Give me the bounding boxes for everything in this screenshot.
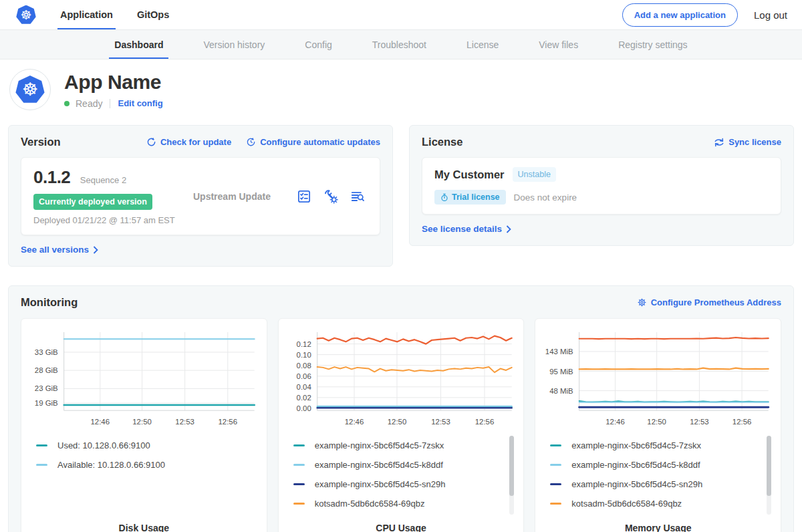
legend-scrollbar[interactable] [509, 436, 514, 515]
app-avatar: ☸ [9, 69, 51, 110]
svg-text:48 MiB: 48 MiB [550, 387, 574, 395]
legend-scrollbar[interactable] [767, 436, 771, 515]
version-sequence: Sequence 2 [80, 175, 126, 185]
disk-usage-chart-card: 33 GiB28 GiB23 GiB19 GiB12:4612:5012:531… [21, 318, 267, 532]
nav-tab-application[interactable]: Application [60, 0, 113, 29]
ship-wheel-icon: ☸ [22, 81, 38, 99]
configure-automatic-updates-link[interactable]: Configure automatic updates [246, 137, 380, 147]
cpu-usage-chart-title: CPU Usage [287, 517, 516, 532]
topnav-tabs: Application GitOps [60, 0, 169, 29]
legend-scrollbar-thumb[interactable] [509, 436, 514, 496]
monitoring-panel: Monitoring Configure Prometheus Address … [8, 285, 794, 532]
legend-swatch [293, 444, 305, 446]
license-customer-name: My Customer [434, 168, 505, 181]
license-expiry-text: Does not expire [514, 192, 577, 203]
svg-text:0.08: 0.08 [296, 362, 311, 370]
gear-icon [637, 297, 647, 307]
svg-text:12:53: 12:53 [431, 418, 450, 426]
memory-usage-chart-card: 143 MiB95 MiB48 MiB12:4612:5012:5312:56 … [535, 318, 781, 532]
svg-text:0.12: 0.12 [296, 340, 311, 348]
svg-text:12:56: 12:56 [732, 418, 752, 426]
current-version-row: 0.1.2 Sequence 2 Currently deployed vers… [21, 157, 380, 235]
subnav-tab-version-history[interactable]: Version history [203, 30, 265, 59]
legend-label: example-nginx-5bc6f5d4c5-sn29h [315, 479, 446, 489]
chevron-right-icon [506, 225, 511, 233]
license-type-badge: Trial license [434, 190, 506, 205]
stopwatch-icon [440, 193, 448, 202]
sync-license-link[interactable]: Sync license [714, 137, 781, 147]
subnav-tab-registry-settings[interactable]: Registry settings [618, 30, 687, 59]
svg-text:12:46: 12:46 [606, 418, 626, 426]
logout-link[interactable]: Log out [754, 9, 787, 21]
memory-usage-legend: example-nginx-5bc6f5d4c5-7zskxexample-ng… [550, 436, 771, 517]
legend-swatch [36, 444, 47, 446]
legend-label: Used: 10.128.0.66:9100 [57, 440, 150, 450]
legend-label: example-nginx-5bc6f5d4c5-k8ddf [571, 460, 700, 470]
svg-text:12:50: 12:50 [387, 418, 406, 426]
legend-scrollbar-thumb[interactable] [767, 436, 771, 496]
legend-item: example-nginx-5bc6f5d4c5-7zskx [293, 436, 515, 455]
top-nav: ☸ Application GitOps Add a new applicati… [0, 0, 802, 29]
legend-label: example-nginx-5bc6f5d4c5-k8ddf [315, 460, 443, 470]
svg-text:12:46: 12:46 [344, 418, 364, 426]
subnav-tab-view-files[interactable]: View files [539, 30, 578, 59]
kubernetes-app-icon: ☸ [15, 76, 45, 104]
schedule-update-icon [246, 137, 256, 147]
memory-usage-chart-title: Memory Usage [543, 517, 773, 532]
app-header: ☸ App Name Ready Edit config [0, 59, 802, 122]
edit-config-link[interactable]: Edit config [118, 98, 162, 108]
deploy-logs-icon[interactable] [350, 189, 365, 204]
legend-label: kotsadm-5db6dc6584-69qbz [315, 499, 425, 509]
subnav-tab-troubleshoot[interactable]: Troubleshoot [372, 30, 426, 59]
check-for-update-link[interactable]: Check for update [146, 137, 231, 147]
edit-config-wrench-icon[interactable] [323, 189, 338, 204]
legend-item: example-nginx-5bc6f5d4c5-7zskx [550, 436, 771, 455]
legend-swatch [550, 444, 561, 446]
kubernetes-logo-icon[interactable]: ☸ [16, 5, 36, 25]
svg-text:12:50: 12:50 [648, 418, 667, 426]
legend-item: example-nginx-5bc6f5d4c5-k8ddf [293, 455, 515, 475]
svg-text:0.02: 0.02 [296, 394, 311, 402]
legend-label: kotsadm-5db6dc6584-69qbz [571, 499, 682, 509]
legend-item: example-nginx-5bc6f5d4c5-k8ddf [550, 455, 771, 475]
app-subnav: Dashboard Version history Config Trouble… [0, 29, 802, 59]
license-details-row: My Customer Unstable Trial license Does … [422, 157, 781, 215]
subnav-tab-license[interactable]: License [466, 30, 499, 59]
summary-cards-row: Version Check for update Configure autom… [0, 122, 802, 267]
legend-item: Used: 10.128.0.66:9100 [36, 436, 257, 455]
memory-usage-plot: 143 MiB95 MiB48 MiB12:4612:5012:5312:56 [543, 327, 773, 428]
see-all-versions-link[interactable]: See all versions [21, 245, 98, 255]
legend-swatch [550, 464, 561, 466]
disk-usage-plot: 33 GiB28 GiB23 GiB19 GiB12:4612:5012:531… [29, 327, 259, 428]
legend-label: Available: 10.128.0.66:9100 [57, 460, 165, 470]
legend-swatch [550, 483, 561, 485]
legend-item: kotsadm-5db6dc6584-69qbz [550, 494, 771, 513]
svg-text:23 GiB: 23 GiB [35, 384, 58, 392]
preflight-checklist-icon[interactable] [297, 189, 311, 204]
legend-swatch [293, 503, 305, 505]
license-card: License Sync license My Customer Unstabl… [409, 125, 794, 246]
svg-text:143 MiB: 143 MiB [545, 348, 573, 356]
cpu-usage-plot: 0.120.100.080.060.040.020.0012:4612:5012… [287, 327, 516, 428]
subnav-tab-dashboard[interactable]: Dashboard [114, 30, 163, 59]
legend-label: example-nginx-5bc6f5d4c5-7zskx [571, 440, 701, 450]
sync-arrows-icon [714, 138, 724, 147]
svg-text:0.00: 0.00 [296, 404, 311, 412]
configure-prometheus-link[interactable]: Configure Prometheus Address [637, 297, 781, 307]
deployed-status-badge: Currently deployed version [33, 194, 152, 210]
svg-text:12:56: 12:56 [219, 418, 238, 426]
cpu-usage-chart-card: 0.120.100.080.060.040.020.0012:4612:5012… [278, 318, 525, 532]
see-license-details-link[interactable]: See license details [422, 224, 511, 234]
legend-swatch [550, 503, 561, 505]
nav-tab-gitops[interactable]: GitOps [137, 0, 169, 29]
legend-item: example-nginx-5bc6f5d4c5-sn29h [293, 475, 515, 494]
add-application-button[interactable]: Add a new application [622, 3, 738, 27]
svg-text:12:46: 12:46 [91, 418, 110, 426]
subnav-tab-config[interactable]: Config [305, 30, 331, 59]
version-card: Version Check for update Configure autom… [8, 125, 393, 267]
legend-item: Available: 10.128.0.66:9100 [36, 455, 257, 475]
svg-text:12:53: 12:53 [690, 418, 709, 426]
disk-usage-legend: Used: 10.128.0.66:9100Available: 10.128.… [36, 436, 257, 517]
page-title: App Name [64, 71, 163, 94]
app-status-text: Ready [76, 98, 102, 109]
